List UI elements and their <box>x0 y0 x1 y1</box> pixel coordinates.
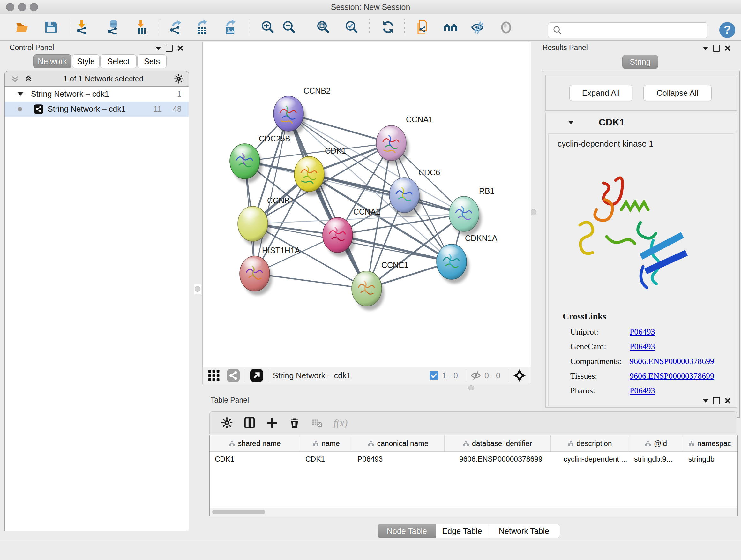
table-hscrollbar[interactable] <box>210 508 738 516</box>
export-table-icon[interactable] <box>193 18 211 36</box>
network-node-hist1h1a[interactable] <box>240 256 272 295</box>
splitter-left[interactable] <box>194 284 201 294</box>
grid-view-icon[interactable] <box>207 369 220 382</box>
panel-close-icon[interactable] <box>724 45 731 51</box>
network-node-ccne1[interactable] <box>352 271 384 310</box>
network-node-cdkn1a[interactable] <box>436 244 469 284</box>
node-label-ccna1: CCNA1 <box>406 115 433 124</box>
panel-close-icon[interactable] <box>724 397 731 404</box>
scrollbar-thumb[interactable] <box>212 509 265 514</box>
tree-expander-icon[interactable] <box>17 92 23 96</box>
help-icon[interactable]: ? <box>719 22 735 38</box>
gear-icon[interactable] <box>221 417 232 428</box>
zoom-out-icon[interactable] <box>280 18 298 36</box>
network-node-ccna2[interactable] <box>323 217 355 257</box>
tab-style[interactable]: Style <box>72 54 99 68</box>
crosslink-label: Compartments: <box>570 357 621 366</box>
tab-network-table[interactable]: Network Table <box>488 523 560 538</box>
network-canvas[interactable]: CCNB2CCNA1CDC25BCDK1CDC6RB1CCNB1CCNA2CDK… <box>202 42 531 367</box>
column-header[interactable]: database identifier <box>445 435 551 451</box>
hidden-eye-icon[interactable] <box>470 370 481 381</box>
network-node-cdc25b[interactable] <box>230 144 262 183</box>
column-header[interactable]: canonical name <box>352 435 445 451</box>
export-network-icon[interactable] <box>167 18 185 36</box>
function-builder-icon[interactable]: f(x) <box>333 417 347 429</box>
gear-icon[interactable] <box>174 74 184 84</box>
network-tree-child-row[interactable]: String Network – cdk1 11 48 <box>5 102 189 117</box>
crosslinks-title: CrossLinks <box>562 311 606 321</box>
network-edge[interactable] <box>309 174 464 214</box>
column-header[interactable]: namespac <box>683 435 736 451</box>
uniprot-link[interactable]: P06493 <box>630 327 655 337</box>
network-node-cdc6[interactable] <box>389 178 422 217</box>
network-graph[interactable]: CCNB2CCNA1CDC25BCDK1CDC6RB1CCNB1CCNA2CDK… <box>203 42 531 367</box>
tab-edge-table[interactable]: Edge Table <box>435 523 488 538</box>
network-node-cdk1[interactable] <box>294 157 327 196</box>
network-tree-root-row[interactable]: String Network – cdk1 1 <box>5 86 189 102</box>
column-type-icon <box>567 440 574 447</box>
panel-float-icon[interactable] <box>165 45 173 52</box>
column-type-icon <box>368 440 374 447</box>
open-file-icon[interactable] <box>13 18 31 36</box>
new-network-from-selection-icon[interactable] <box>414 18 432 36</box>
hidden-counts: 0 - 0 <box>484 371 500 380</box>
protein-entry-header[interactable]: CDK1 <box>546 113 737 132</box>
refresh-icon[interactable] <box>379 18 397 36</box>
protein-entry-card: CDK1 cyclin-dependent kinase 1 CrossLink… <box>545 113 737 408</box>
export-image-icon[interactable] <box>221 18 239 36</box>
expand-all-button[interactable]: Expand All <box>569 85 632 101</box>
network-node-rb1[interactable] <box>449 196 482 236</box>
birdseye-icon[interactable] <box>513 369 526 382</box>
import-table-file-icon[interactable] <box>133 18 151 36</box>
network-view-icon[interactable] <box>226 368 240 382</box>
delete-table-icon[interactable] <box>311 417 323 428</box>
add-column-icon[interactable] <box>266 417 278 428</box>
tissues-link[interactable]: 9606.ENSP00000378699 <box>630 371 714 381</box>
selected-checkbox-icon[interactable] <box>429 371 439 380</box>
network-node-ccnb2[interactable] <box>273 96 306 135</box>
column-header[interactable]: shared name <box>210 435 300 451</box>
tab-string[interactable]: String <box>622 55 658 69</box>
panel-close-icon[interactable] <box>177 45 184 51</box>
detach-view-icon[interactable] <box>250 368 264 382</box>
select-columns-icon[interactable] <box>244 417 256 429</box>
tab-network[interactable]: Network <box>33 54 71 68</box>
column-header[interactable]: description <box>551 435 629 451</box>
tab-sets[interactable]: Sets <box>137 54 166 68</box>
tab-node-table[interactable]: Node Table <box>378 523 436 538</box>
genecard-link[interactable]: P06493 <box>630 342 655 352</box>
toolbar-separator <box>369 19 370 36</box>
table-toolbar: f(x) <box>209 411 737 434</box>
column-header[interactable]: name <box>300 435 352 451</box>
expand-all-icon[interactable] <box>24 74 33 83</box>
network-view-title: String Network – cdk1 <box>273 371 351 380</box>
show-all-icon[interactable] <box>497 18 515 36</box>
toolbar-separator <box>71 19 71 36</box>
splitter-bottom[interactable] <box>468 385 474 390</box>
entry-expander-icon[interactable] <box>568 121 574 124</box>
hide-selection-icon[interactable] <box>469 18 487 36</box>
tab-select[interactable]: Select <box>100 54 137 68</box>
compartments-link[interactable]: 9606.ENSP00000378699 <box>630 357 714 366</box>
toolbar-search-input[interactable] <box>565 23 707 37</box>
zoom-selected-icon[interactable] <box>343 18 360 36</box>
panel-float-icon[interactable] <box>713 397 720 404</box>
collapse-all-icon[interactable] <box>10 74 19 83</box>
panel-float-icon[interactable] <box>713 45 720 52</box>
import-network-database-icon[interactable] <box>105 18 122 36</box>
collapse-all-button[interactable]: Collapse All <box>643 85 712 101</box>
table-panel: Table Panel f(x) shared name name canoni… <box>204 391 741 539</box>
first-neighbors-icon[interactable] <box>442 18 460 36</box>
panel-menu-icon[interactable] <box>703 399 709 402</box>
zoom-fit-icon[interactable] <box>314 18 332 36</box>
save-session-icon[interactable] <box>42 18 60 36</box>
network-node-ccna1[interactable] <box>376 125 409 165</box>
panel-menu-icon[interactable] <box>703 47 709 50</box>
table-row[interactable]: CDK1 CDK1 P06493 9606.ENSP00000378699 cy… <box>210 452 738 466</box>
delete-column-icon[interactable] <box>289 417 300 428</box>
title-bar: Session: New Session <box>0 0 741 14</box>
zoom-in-icon[interactable] <box>259 18 277 36</box>
import-network-file-icon[interactable] <box>74 18 91 36</box>
column-header[interactable]: @id <box>629 435 683 451</box>
panel-menu-icon[interactable] <box>155 47 161 50</box>
